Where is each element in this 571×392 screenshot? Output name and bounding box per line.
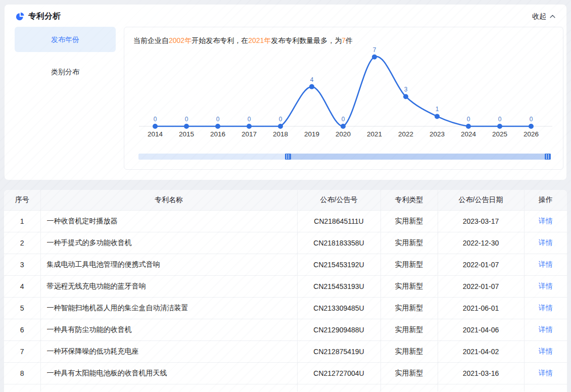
tab-publish-year[interactable]: 发布年份	[15, 27, 116, 52]
action-cell: 详情	[524, 275, 567, 297]
data-point[interactable]	[372, 55, 377, 60]
summary-segment: 件	[346, 36, 353, 44]
datazoom-track-selected[interactable]	[288, 154, 549, 160]
data-point[interactable]	[403, 94, 408, 99]
type-cell: 实用新型	[380, 210, 438, 232]
data-point[interactable]	[435, 114, 440, 119]
summary-segment: 当前企业自	[133, 36, 169, 44]
chevron-up-icon	[550, 15, 555, 18]
type-cell: 实用新型	[380, 232, 438, 254]
empty-cell	[297, 384, 380, 391]
table-row: 4带远程无线充电功能的蓝牙音响CN215453193U实用新型2022-01-0…	[4, 275, 567, 297]
type-cell: 实用新型	[380, 297, 438, 319]
x-axis-tick-label: 2020	[336, 130, 351, 138]
action-cell: 详情	[524, 340, 567, 362]
data-point[interactable]	[309, 84, 314, 89]
detail-link[interactable]: 详情	[539, 282, 553, 290]
index-cell: 6	[4, 319, 40, 340]
datazoom-left-handle[interactable]	[285, 154, 291, 160]
data-point[interactable]	[215, 124, 220, 129]
type-cell: 实用新型	[380, 340, 438, 362]
name-cell: 一种环保降噪的低功耗充电座	[40, 340, 297, 362]
col-header-name: 专利名称	[40, 190, 297, 210]
col-header-date: 公布/公告日期	[438, 190, 524, 210]
detail-link[interactable]: 详情	[539, 304, 553, 312]
point-value-label: 3	[404, 86, 408, 93]
date-cell: 2021-04-02	[438, 340, 524, 362]
date-cell: 2021-04-06	[438, 319, 524, 340]
collapse-button[interactable]: 收起	[532, 12, 556, 21]
table-row: 8一种具有太阳能电池板的收音机用天线CN212727004U实用新型2021-0…	[4, 362, 567, 384]
patent-table-card: 序号 专利名称 公布/公告号 专利类型 公布/公告日期 操作 1一种收音机定时播…	[4, 190, 567, 392]
side-tabs: 发布年份 类别分布	[12, 27, 124, 170]
name-cell: 一种收音机定时播放器	[40, 210, 297, 232]
data-point[interactable]	[153, 124, 158, 129]
page-title: 专利分析	[28, 11, 532, 22]
name-cell: 一种具有防尘功能的收音机	[40, 319, 297, 340]
table-row-partial	[4, 384, 567, 391]
x-axis-tick-label: 2019	[304, 130, 319, 138]
name-cell: 一种具有太阳能电池板的收音机用天线	[40, 362, 297, 384]
data-point[interactable]	[278, 124, 283, 129]
index-cell: 2	[4, 232, 40, 254]
x-axis-tick-label: 2015	[179, 130, 194, 138]
datazoom-right-handle[interactable]	[545, 154, 551, 160]
date-cell: 2022-01-07	[438, 254, 524, 275]
number-cell: CN218183358U	[297, 232, 380, 254]
col-header-index: 序号	[4, 190, 40, 210]
index-cell: 3	[4, 254, 40, 275]
detail-link[interactable]: 详情	[539, 325, 553, 333]
type-cell: 实用新型	[380, 319, 438, 340]
name-cell: 带远程无线充电功能的蓝牙音响	[40, 275, 297, 297]
detail-link[interactable]: 详情	[539, 260, 553, 268]
number-cell: CN215453192U	[297, 254, 380, 275]
collapse-label: 收起	[532, 12, 546, 21]
detail-link[interactable]: 详情	[539, 369, 553, 377]
summary-segment: 开始发布专利，在	[192, 36, 248, 44]
point-value-label: 4	[310, 76, 314, 83]
type-cell: 实用新型	[380, 362, 438, 384]
data-point[interactable]	[497, 124, 502, 129]
table-row: 3集成电动工具电池管理的便携式音响CN215453192U实用新型2022-01…	[4, 254, 567, 275]
tab-category-distribution[interactable]: 类别分布	[15, 59, 116, 84]
empty-cell	[438, 384, 524, 391]
index-cell: 4	[4, 275, 40, 297]
chart-wrap: 0201402015020160201702018420190202072021…	[124, 45, 563, 153]
datazoom-track-unselected[interactable]	[138, 154, 288, 160]
data-point[interactable]	[529, 124, 534, 129]
publish-year-line-chart[interactable]: 0201402015020160201702018420190202072021…	[125, 45, 562, 153]
data-point[interactable]	[466, 124, 471, 129]
number-cell: CN215453193U	[297, 275, 380, 297]
date-cell: 2021-06-01	[438, 297, 524, 319]
card-body: 发布年份 类别分布 当前企业自2002年开始发布专利，在2021年发布专利数量最…	[5, 25, 566, 175]
table-body: 1一种收音机定时播放器CN218645111U实用新型2023-03-17详情2…	[4, 210, 567, 391]
type-cell: 实用新型	[380, 275, 438, 297]
x-axis-tick-label: 2014	[148, 130, 163, 138]
date-cell: 2022-01-07	[438, 275, 524, 297]
number-cell: CN213309485U	[297, 297, 380, 319]
name-cell: 集成电动工具电池管理的便携式音响	[40, 254, 297, 275]
data-point[interactable]	[184, 124, 189, 129]
type-cell: 实用新型	[380, 254, 438, 275]
point-value-label: 0	[342, 116, 345, 123]
detail-link[interactable]: 详情	[539, 347, 553, 355]
data-point[interactable]	[247, 124, 252, 129]
data-point[interactable]	[341, 124, 346, 129]
table-row: 2一种手提式的多功能收音机CN218183358U实用新型2022-12-30详…	[4, 232, 567, 254]
summary-peak-year: 2021年	[248, 36, 271, 44]
chart-datazoom-slider[interactable]	[138, 154, 549, 160]
detail-link[interactable]: 详情	[539, 238, 553, 247]
action-cell: 详情	[524, 319, 567, 340]
summary-segment: 发布专利数量最多，为	[271, 36, 342, 44]
table-row: 5一种智能扫地机器人用的集尘盒自动清洁装置CN213309485U实用新型202…	[4, 297, 567, 319]
name-cell: 一种手提式的多功能收音机	[40, 232, 297, 254]
pie-chart-icon	[16, 12, 24, 21]
empty-cell	[380, 384, 438, 391]
x-axis-tick-label: 2018	[273, 130, 288, 138]
empty-cell	[524, 384, 567, 391]
detail-link[interactable]: 详情	[539, 217, 553, 225]
empty-cell	[40, 384, 297, 391]
name-cell: 一种智能扫地机器人用的集尘盒自动清洁装置	[40, 297, 297, 319]
point-value-label: 0	[498, 116, 502, 123]
summary-peak-count: 7	[342, 36, 346, 44]
